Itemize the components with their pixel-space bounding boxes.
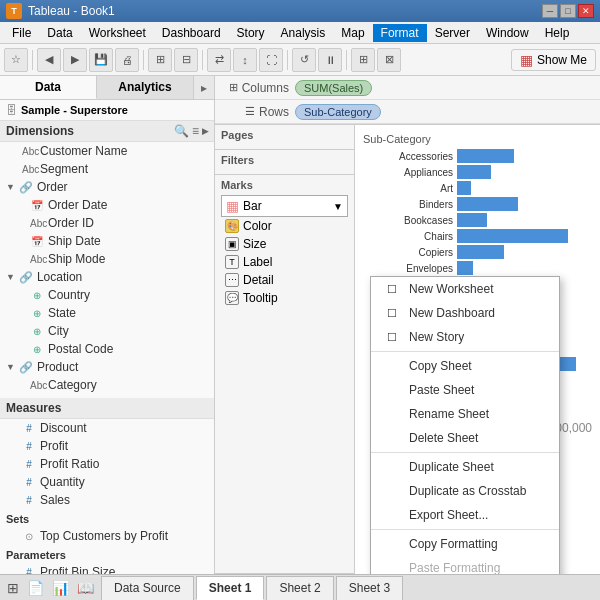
marks-detail[interactable]: ⋯ Detail bbox=[221, 271, 348, 289]
toolbar-sort[interactable]: ↕ bbox=[233, 48, 257, 72]
columns-pill[interactable]: SUM(Sales) bbox=[295, 80, 372, 96]
dimensions-icons[interactable]: 🔍 ≡ ▸ bbox=[174, 124, 208, 138]
context-menu-item-export-sheet[interactable]: Export Sheet... bbox=[371, 503, 559, 527]
panel-expand[interactable]: ▸ bbox=[194, 76, 214, 99]
field-country[interactable]: ⊕ Country bbox=[0, 286, 214, 304]
panel-tabs: Data Analytics ▸ bbox=[0, 76, 214, 100]
tab-data[interactable]: Data bbox=[0, 76, 97, 99]
menu-format[interactable]: Format bbox=[373, 24, 427, 42]
field-city[interactable]: ⊕ City bbox=[0, 322, 214, 340]
new-sheet-button[interactable]: 📄 bbox=[24, 578, 47, 598]
toolbar-view[interactable]: ⊟ bbox=[174, 48, 198, 72]
rows-pill[interactable]: Sub-Category bbox=[295, 104, 381, 120]
menu-worksheet[interactable]: Worksheet bbox=[81, 24, 154, 42]
group-product[interactable]: ▼ 🔗 Product bbox=[0, 358, 214, 376]
context-menu-item-new-story[interactable]: ☐New Story bbox=[371, 325, 559, 349]
sort-icon[interactable]: ≡ bbox=[192, 124, 199, 138]
field-postal-code[interactable]: ⊕ Postal Code bbox=[0, 340, 214, 358]
marks-title: Marks bbox=[221, 179, 348, 191]
group-order[interactable]: ▼ 🔗 Order bbox=[0, 178, 214, 196]
maximize-button[interactable]: □ bbox=[560, 4, 576, 18]
tab-sheet3[interactable]: Sheet 3 bbox=[336, 576, 403, 600]
menu-server[interactable]: Server bbox=[427, 24, 478, 42]
chart-bar-container[interactable] bbox=[457, 245, 592, 259]
triangle-icon: ▼ bbox=[6, 182, 15, 192]
field-discount[interactable]: # Discount bbox=[0, 419, 214, 437]
context-menu-item-rename-sheet[interactable]: Rename Sheet bbox=[371, 402, 559, 426]
close-button[interactable]: ✕ bbox=[578, 4, 594, 18]
menu-file[interactable]: File bbox=[4, 24, 39, 42]
toolbar-swap[interactable]: ⇄ bbox=[207, 48, 231, 72]
field-category[interactable]: Abc Category bbox=[0, 376, 214, 394]
context-menu-item-paste-sheet[interactable]: Paste Sheet bbox=[371, 378, 559, 402]
show-me-button[interactable]: ▦ Show Me bbox=[511, 49, 596, 71]
menu-story[interactable]: Story bbox=[229, 24, 273, 42]
new-dashboard-button[interactable]: 📊 bbox=[49, 578, 72, 598]
new-datasource-button[interactable]: ⊞ bbox=[4, 578, 22, 598]
chart-bar-container[interactable] bbox=[457, 213, 592, 227]
field-customer-name[interactable]: Abc Customer Name bbox=[0, 142, 214, 160]
toolbar-fit[interactable]: ⛶ bbox=[259, 48, 283, 72]
toolbar-back[interactable]: ◀ bbox=[37, 48, 61, 72]
marks-type-dropdown[interactable]: ▦ Bar ▼ bbox=[221, 195, 348, 217]
toolbar-pause[interactable]: ⏸ bbox=[318, 48, 342, 72]
field-profit-ratio[interactable]: # Profit Ratio bbox=[0, 455, 214, 473]
new-story-button[interactable]: 📖 bbox=[74, 578, 97, 598]
marks-color[interactable]: 🎨 Color bbox=[221, 217, 348, 235]
context-menu-item-copy-formatting[interactable]: Copy Formatting bbox=[371, 532, 559, 556]
add-icon[interactable]: ▸ bbox=[202, 124, 208, 138]
toolbar-refresh[interactable]: ↺ bbox=[292, 48, 316, 72]
tab-analytics[interactable]: Analytics bbox=[97, 76, 194, 99]
menu-dashboard[interactable]: Dashboard bbox=[154, 24, 229, 42]
chart-row-label: Bookcases bbox=[373, 215, 453, 226]
chart-bar-container[interactable] bbox=[457, 229, 592, 243]
menu-data[interactable]: Data bbox=[39, 24, 80, 42]
toolbar-forward[interactable]: ▶ bbox=[63, 48, 87, 72]
chart-row-label: Binders bbox=[373, 199, 453, 210]
context-menu-item-delete-sheet[interactable]: Delete Sheet bbox=[371, 426, 559, 450]
field-sales[interactable]: # Sales bbox=[0, 491, 214, 509]
field-ship-date[interactable]: 📅 Ship Date bbox=[0, 232, 214, 250]
marks-label[interactable]: T Label bbox=[221, 253, 348, 271]
toolbar-save[interactable]: 💾 bbox=[89, 48, 113, 72]
chart-bar-container[interactable] bbox=[457, 165, 592, 179]
field-state[interactable]: ⊕ State bbox=[0, 304, 214, 322]
menu-map[interactable]: Map bbox=[333, 24, 372, 42]
group-location[interactable]: ▼ 🔗 Location bbox=[0, 268, 214, 286]
toolbar-connect[interactable]: ⊞ bbox=[148, 48, 172, 72]
context-menu-item-copy-sheet[interactable]: Copy Sheet bbox=[371, 354, 559, 378]
field-order-id[interactable]: Abc Order ID bbox=[0, 214, 214, 232]
field-top-customers-profit[interactable]: ⊙ Top Customers by Profit bbox=[0, 527, 214, 545]
menu-window[interactable]: Window bbox=[478, 24, 537, 42]
chart-bar-container[interactable] bbox=[457, 181, 592, 195]
tab-sheet2[interactable]: Sheet 2 bbox=[266, 576, 333, 600]
tab-datasource[interactable]: Data Source bbox=[101, 576, 194, 600]
chart-bar-container[interactable] bbox=[457, 197, 592, 211]
field-profit-bin-size[interactable]: # Profit Bin Size bbox=[0, 563, 214, 574]
field-order-date[interactable]: 📅 Order Date bbox=[0, 196, 214, 214]
context-menu-item-new-worksheet[interactable]: ☐New Worksheet bbox=[371, 277, 559, 301]
chart-bar-container[interactable] bbox=[457, 149, 592, 163]
tab-sheet1[interactable]: Sheet 1 bbox=[196, 576, 265, 600]
marks-tooltip[interactable]: 💬 Tooltip bbox=[221, 289, 348, 307]
chart-row: Envelopes bbox=[373, 261, 592, 275]
toolbar-highlight[interactable]: ⊞ bbox=[351, 48, 375, 72]
data-source[interactable]: 🗄 Sample - Superstore bbox=[0, 100, 214, 121]
context-menu-item-duplicate-crosstab[interactable]: Duplicate as Crosstab bbox=[371, 479, 559, 503]
chart-bar-container[interactable] bbox=[457, 261, 592, 275]
menu-analysis[interactable]: Analysis bbox=[273, 24, 334, 42]
context-menu-item-new-dashboard[interactable]: ☐New Dashboard bbox=[371, 301, 559, 325]
window-controls[interactable]: ─ □ ✕ bbox=[542, 4, 594, 18]
toolbar-new[interactable]: ☆ bbox=[4, 48, 28, 72]
context-menu-item-duplicate-sheet[interactable]: Duplicate Sheet bbox=[371, 455, 559, 479]
marks-size[interactable]: ▣ Size bbox=[221, 235, 348, 253]
field-segment[interactable]: Abc Segment bbox=[0, 160, 214, 178]
minimize-button[interactable]: ─ bbox=[542, 4, 558, 18]
toolbar-tooltip[interactable]: ⊠ bbox=[377, 48, 401, 72]
field-profit[interactable]: # Profit bbox=[0, 437, 214, 455]
search-icon[interactable]: 🔍 bbox=[174, 124, 189, 138]
field-quantity[interactable]: # Quantity bbox=[0, 473, 214, 491]
menu-help[interactable]: Help bbox=[537, 24, 578, 42]
toolbar-print[interactable]: 🖨 bbox=[115, 48, 139, 72]
field-ship-mode[interactable]: Abc Ship Mode bbox=[0, 250, 214, 268]
